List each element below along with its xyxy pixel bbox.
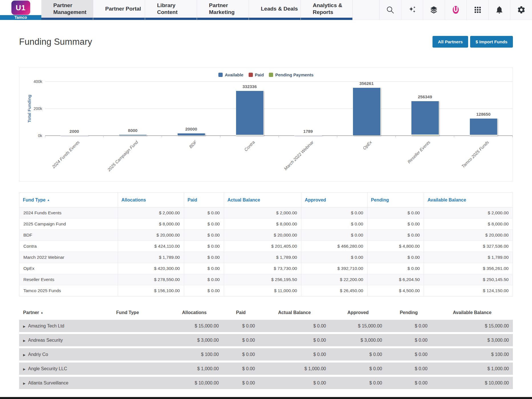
- tab-library-content[interactable]: Library Content: [145, 0, 197, 20]
- tab-partner-portal[interactable]: Partner Portal: [93, 0, 145, 20]
- partner-table-header-allocations[interactable]: Allocations: [166, 308, 223, 318]
- fund-table-row: 2024 Funds Events$ 2,000.00$ 0.00$ 2,000…: [19, 207, 513, 219]
- fund-table-header-available-balance[interactable]: Available Balance: [424, 193, 513, 207]
- bar-2024-funds-events[interactable]: [60, 135, 88, 136]
- apps-button[interactable]: [467, 0, 489, 20]
- bar-contra[interactable]: [236, 91, 264, 136]
- chart-category-slot: 20002024 Funds Events: [45, 82, 103, 136]
- x-axis-tick: [395, 136, 396, 137]
- y-axis-tick: 400k: [27, 79, 42, 84]
- fund-type-cell: 2024 Funds Events: [19, 207, 118, 219]
- amount-cell: $ 0.00: [301, 252, 367, 263]
- expand-arrow-icon[interactable]: ▶: [23, 325, 25, 328]
- legend-label: Paid: [255, 72, 264, 77]
- legend-item-pending-payments[interactable]: Pending Payments: [269, 72, 313, 77]
- tab-partner-marketing[interactable]: Partner Marketing: [197, 0, 249, 20]
- amount-cell: $ 0.00: [184, 207, 224, 219]
- bar-segment-pending: [470, 135, 498, 136]
- layers-icon: [429, 5, 438, 14]
- bar-value-label: 128650: [476, 112, 490, 117]
- gear-icon: [517, 5, 526, 14]
- legend-swatch: [269, 73, 273, 77]
- brand-logo-cell: U1 Tamco: [0, 0, 41, 20]
- notifications-button[interactable]: [489, 0, 511, 20]
- partner-name-cell: ▶Andreas Security: [19, 334, 112, 346]
- fund-table-header-pending[interactable]: Pending: [367, 193, 424, 207]
- expand-arrow-icon[interactable]: ▶: [23, 339, 25, 342]
- amount-cell: $ 0.00: [330, 363, 386, 375]
- amount-cell: $ 424,110.00: [118, 241, 184, 252]
- fund-table-header-actual-balance[interactable]: Actual Balance: [224, 193, 301, 207]
- amount-cell: $ 26,450.00: [301, 285, 367, 296]
- amount-cell: $ 100.00: [431, 348, 513, 361]
- partner-table-row: ▶Andreas Security$ 3,000.00$ 0.00$ 0.00$…: [19, 334, 513, 346]
- bar-segment-available: [119, 135, 147, 136]
- expand-arrow-icon[interactable]: ▶: [23, 353, 25, 357]
- fund-table-header-fund-type[interactable]: Fund Type▲: [19, 193, 118, 207]
- legend-item-available[interactable]: Available: [218, 72, 243, 77]
- bar-2025-campaign-fund[interactable]: [119, 135, 147, 136]
- y-axis-tick: 0k: [27, 133, 42, 138]
- amount-cell: $ 1,789.00: [118, 252, 184, 263]
- fund-type-cell: Contra: [19, 241, 118, 252]
- amount-cell: $ 73,730.00: [224, 263, 301, 274]
- tab-label: Analytics & Reports: [313, 2, 350, 16]
- amount-cell: $ 0.00: [259, 334, 330, 346]
- fund-type-cell: Reseller Events: [19, 274, 118, 285]
- partner-table-header-paid[interactable]: Paid: [223, 308, 259, 318]
- search-button[interactable]: [379, 0, 401, 20]
- fund-table-header-paid[interactable]: Paid: [184, 193, 224, 207]
- partner-table-header-row: Partner▲Fund TypeAllocationsPaidActual B…: [19, 308, 513, 318]
- x-axis-tick: [103, 136, 103, 137]
- sparkles-icon: [408, 5, 417, 14]
- tab-partner-management[interactable]: Partner Management: [41, 0, 93, 20]
- fund-table-header-approved[interactable]: Approved: [301, 193, 367, 207]
- bar-value-label: 20000: [185, 127, 197, 131]
- x-axis-label: 2025 Campaign Fund: [106, 140, 139, 172]
- fund-table-row: 2025 Campaign Fund$ 8,000.00$ 0.00$ 8,00…: [19, 219, 513, 230]
- partner-table-header-available-balance[interactable]: Available Balance: [431, 308, 513, 318]
- amount-cell: $ 201,405.00: [224, 241, 301, 252]
- amount-cell: $ 0.00: [184, 263, 224, 274]
- partner-table-header-actual-balance[interactable]: Actual Balance: [259, 308, 330, 318]
- stacks-button[interactable]: [423, 0, 445, 20]
- bar-segment-available: [177, 133, 205, 136]
- amount-cell: $ 0.00: [259, 377, 330, 389]
- fund-table-row: Contra$ 424,110.00$ 0.00$ 201,405.00$ 46…: [19, 241, 513, 252]
- ai-assistant-button[interactable]: [401, 0, 423, 20]
- tab-leads-deals[interactable]: Leads & Deals: [249, 0, 301, 20]
- bar-reseller-events[interactable]: [411, 101, 439, 136]
- amount-cell: $ 0.00: [259, 348, 330, 361]
- amount-cell: $ 0.00: [386, 348, 431, 361]
- partner-table-header-partner[interactable]: Partner▲: [19, 308, 112, 318]
- bar-march-2022-webinar[interactable]: [294, 135, 322, 136]
- tab-analytics-reports[interactable]: Analytics & Reports: [301, 0, 353, 20]
- legend-item-paid[interactable]: Paid: [249, 72, 264, 77]
- funding-chart: AvailablePaidPending Payments Total Fund…: [19, 68, 513, 182]
- partner-table-header-approved[interactable]: Approved: [330, 308, 386, 318]
- settings-button[interactable]: [510, 0, 532, 20]
- bar-bdf[interactable]: [177, 133, 205, 136]
- partner-table-header-pending[interactable]: Pending: [386, 308, 431, 318]
- fund-type-cell: [112, 363, 166, 375]
- expand-arrow-icon[interactable]: ▶: [23, 367, 25, 371]
- fund-table-header-row: Fund Type▲AllocationsPaidActual BalanceA…: [19, 193, 513, 207]
- partner-table-header-fund-type[interactable]: Fund Type: [112, 308, 166, 318]
- fund-table-header-allocations[interactable]: Allocations: [118, 193, 184, 207]
- amount-cell: $ 20,000.00: [424, 230, 513, 241]
- amount-cell: $ 0.00: [184, 274, 224, 285]
- amount-cell: $ 1,000.00: [431, 363, 513, 375]
- bar-segment-available: [236, 91, 264, 135]
- expand-arrow-icon[interactable]: ▶: [23, 382, 25, 385]
- partner-table-row: ▶Andriy Co$ 100.00$ 0.00$ 0.00$ 0.00$ 0.…: [19, 348, 513, 361]
- bar-opex[interactable]: [353, 87, 381, 136]
- x-axis-tick: [337, 136, 337, 137]
- apps-grid-icon: [473, 5, 482, 14]
- all-partners-button[interactable]: All Partners: [432, 36, 468, 48]
- bar-tamco-2025-funds[interactable]: [470, 118, 498, 136]
- bar-segment-pending: [236, 135, 264, 136]
- amount-cell: $ 250,145.50: [424, 274, 513, 285]
- u1-logo[interactable]: U1: [11, 1, 30, 15]
- unifyr-button[interactable]: [445, 0, 467, 20]
- import-funds-button[interactable]: $ Import Funds: [470, 36, 513, 48]
